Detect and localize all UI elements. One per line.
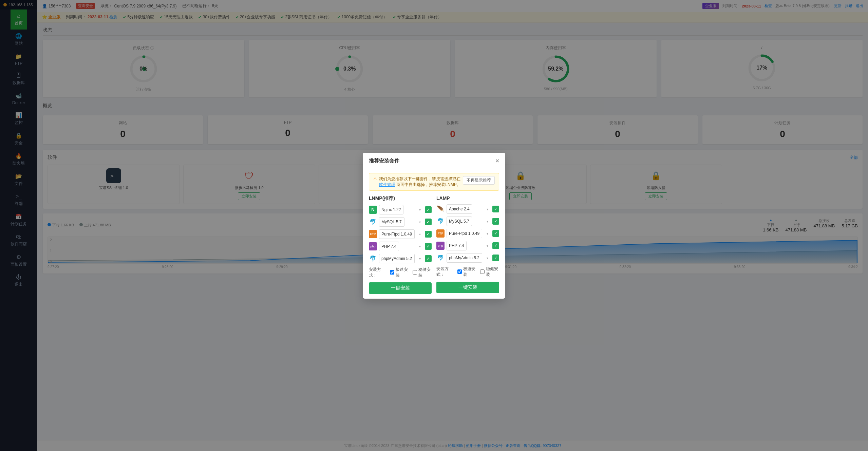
lamp-full-label[interactable]: 稳健安装 (480, 266, 499, 278)
lnmp-mysql-row: 🐬 MySQL 5.7 ✓ (369, 217, 432, 227)
lnmp-phpmyadmin-row: 🐬 phpMyAdmin 5.2 ✓ (369, 254, 432, 263)
modal-header: 推荐安装套件 × (363, 153, 505, 168)
lnmp-install-mode: 安装方式： 极速安装 稳健安装 (369, 267, 432, 278)
lnmp-php-check[interactable]: ✓ (425, 243, 432, 250)
modal-body: ⚠ 我们为您推荐以下一键套件，请按需选择或在 软件管理 页面中自由选择，推荐安装… (363, 168, 505, 299)
lamp-ftp-check[interactable]: ✓ (492, 230, 499, 237)
phpmyadmin-icon-lamp: 🐬 (436, 254, 445, 262)
lamp-fast-label[interactable]: 极速安装 (457, 266, 476, 278)
apache-icon: 🪶 (436, 205, 445, 213)
lnmp-nginx-select[interactable]: Nginx 1.22 (379, 205, 403, 214)
lamp-ftp-row: FTP Pure-Ftpd 1.0.49 ✓ (436, 229, 499, 238)
lamp-phpmyadmin-row: 🐬 phpMyAdmin 5.2 ✓ (436, 253, 499, 263)
lnmp-nginx-check[interactable]: ✓ (425, 206, 432, 213)
lnmp-column: LNMP(推荐) N Nginx 1.22 ✓ 🐬 (369, 195, 432, 294)
lnmp-ftp-row: FTP Pure-Ftpd 1.0.49 ✓ (369, 229, 432, 239)
lnmp-fast-checkbox[interactable] (390, 270, 394, 275)
lamp-php-select[interactable]: PHP 7.4 (447, 241, 467, 250)
lamp-mysql-check[interactable]: ✓ (492, 218, 499, 225)
lnmp-fast-label[interactable]: 极速安装 (390, 267, 409, 278)
lamp-phpmyadmin-check[interactable]: ✓ (492, 255, 499, 261)
lamp-apache-select[interactable]: Apache 2.4 (447, 204, 472, 214)
phpmyadmin-icon-lnmp: 🐬 (369, 255, 377, 263)
lnmp-nginx-row: N Nginx 1.22 ✓ (369, 205, 432, 214)
ftp-icon-lamp: FTP (436, 229, 445, 238)
lamp-php-row: php PHP 7.4 ✓ (436, 241, 499, 250)
warn-icon: ⚠ (373, 176, 377, 181)
lamp-ftp-select[interactable]: Pure-Ftpd 1.0.49 (447, 229, 482, 238)
lnmp-ftp-select[interactable]: Pure-Ftpd 1.0.49 (379, 229, 415, 239)
recommend-modal: 推荐安装套件 × ⚠ 我们为您推荐以下一键套件，请按需选择或在 软件管理 页面中… (363, 153, 505, 299)
lamp-title: LAMP (436, 195, 499, 201)
lamp-install-mode: 安装方式： 极速安装 稳健安装 (436, 266, 499, 278)
modal-title: 推荐安装套件 (369, 158, 399, 164)
mysql-icon-lamp: 🐬 (436, 217, 445, 225)
lnmp-full-checkbox[interactable] (413, 270, 417, 275)
lamp-apache-row: 🪶 Apache 2.4 ✓ (436, 204, 499, 214)
software-mgmt-link[interactable]: 软件管理 (379, 182, 395, 187)
lamp-apache-check[interactable]: ✓ (492, 206, 499, 212)
php-icon-lnmp: php (369, 242, 377, 250)
modal-warning: ⚠ 我们为您推荐以下一键套件，请按需选择或在 软件管理 页面中自由选择，推荐安装… (369, 173, 499, 191)
lnmp-php-row: php PHP 7.4 ✓ (369, 242, 432, 251)
lnmp-full-label[interactable]: 稳健安装 (413, 267, 432, 278)
lamp-column: LAMP 🪶 Apache 2.4 ✓ 🐬 (436, 195, 499, 294)
modal-overlay[interactable]: 推荐安装套件 × ⚠ 我们为您推荐以下一键套件，请按需选择或在 软件管理 页面中… (0, 0, 868, 451)
lamp-phpmyadmin-select[interactable]: phpMyAdmin 5.2 (447, 253, 482, 263)
lnmp-phpmyadmin-check[interactable]: ✓ (425, 255, 432, 262)
no-show-btn[interactable]: 不再显示推荐 (463, 176, 495, 185)
lamp-full-checkbox[interactable] (480, 269, 485, 274)
lamp-mysql-row: 🐬 MySQL 5.7 ✓ (436, 217, 499, 226)
lnmp-mysql-check[interactable]: ✓ (425, 219, 432, 225)
nginx-icon: N (369, 206, 377, 214)
lamp-mysql-select[interactable]: MySQL 5.7 (447, 217, 472, 226)
modal-close-btn[interactable]: × (495, 157, 499, 165)
mysql-icon-lnmp: 🐬 (369, 218, 377, 226)
lnmp-phpmyadmin-select[interactable]: phpMyAdmin 5.2 (379, 254, 415, 263)
php-icon-lamp: php (436, 242, 445, 250)
lnmp-title: LNMP(推荐) (369, 195, 432, 202)
lnmp-install-btn[interactable]: 一键安装 (369, 282, 432, 294)
lnmp-ftp-check[interactable]: ✓ (425, 231, 432, 238)
lnmp-mysql-select[interactable]: MySQL 5.7 (379, 217, 404, 227)
lamp-fast-checkbox[interactable] (457, 269, 462, 274)
packages-grid: LNMP(推荐) N Nginx 1.22 ✓ 🐬 (369, 195, 499, 294)
lamp-php-check[interactable]: ✓ (492, 242, 499, 249)
lnmp-php-select[interactable]: PHP 7.4 (379, 242, 399, 251)
ftp-icon-lnmp: FTP (369, 230, 377, 238)
lamp-install-btn[interactable]: 一键安装 (436, 282, 499, 293)
